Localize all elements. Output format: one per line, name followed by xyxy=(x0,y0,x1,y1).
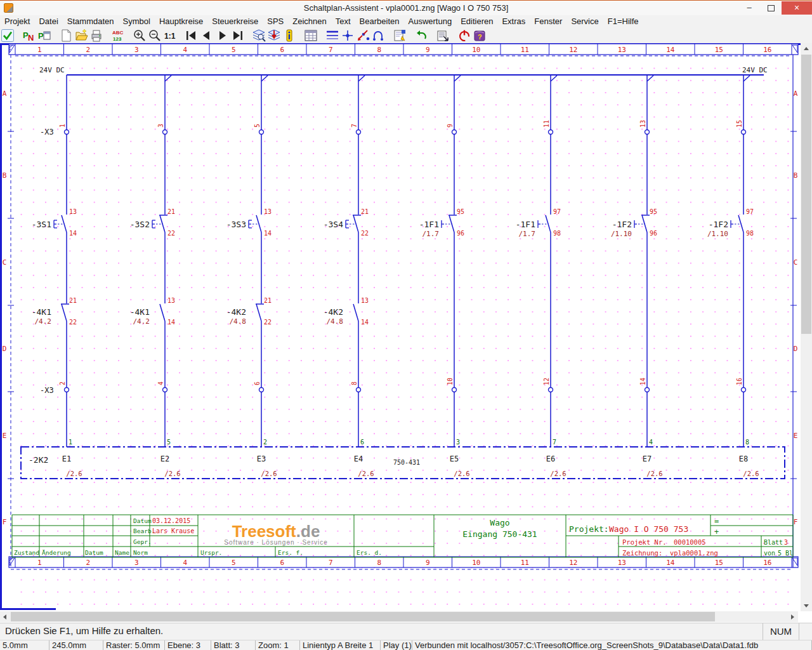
minimize-button[interactable]: – xyxy=(738,1,760,15)
vertical-scrollbar[interactable] xyxy=(801,43,812,611)
relay-pin-top: 21 xyxy=(264,297,272,304)
toolbar-nav-prev-icon[interactable] xyxy=(200,29,214,43)
contact-ref: /1.7 xyxy=(519,230,536,238)
menu-item-zeichnen[interactable]: Zeichnen xyxy=(288,15,331,28)
horizontal-scrollbar[interactable] xyxy=(0,611,798,622)
menu-item-projekt[interactable]: Projekt xyxy=(0,15,34,28)
terminal-top xyxy=(65,130,69,135)
toolbar-one-to-one-icon[interactable]: 1:1 xyxy=(163,29,177,43)
contact-pin-bottom: 96 xyxy=(457,230,464,237)
menu-item-text[interactable]: Text xyxy=(331,15,355,28)
menu-item-datei[interactable]: Datei xyxy=(34,15,62,28)
terminal-pin-top: 9 xyxy=(447,124,454,128)
scroll-left-icon[interactable] xyxy=(3,614,6,620)
toolbar-symbol-edit-icon[interactable] xyxy=(393,29,407,43)
schematic: 1234567891011121314151612345678910111213… xyxy=(0,43,801,610)
tb-value-bearb: Lars Krause xyxy=(152,527,194,534)
ruler-col-6: 6 xyxy=(280,559,284,567)
ruler-col-7: 7 xyxy=(329,559,333,567)
status-field-2: Raster: 5.0mm xyxy=(103,640,165,650)
menu-item-editieren[interactable]: Editieren xyxy=(456,15,497,28)
terminal-bottom xyxy=(259,388,264,392)
ruler-col-12: 12 xyxy=(569,559,577,567)
menu-item-steuerkreise[interactable]: Steuerkreise xyxy=(207,15,263,28)
toolbar-power-icon[interactable] xyxy=(457,29,471,43)
vertical-scroll-thumb[interactable] xyxy=(801,55,811,334)
scroll-up-icon[interactable] xyxy=(804,47,809,50)
scroll-down-icon[interactable] xyxy=(804,604,809,607)
toolbar-jumper-icon[interactable] xyxy=(371,29,385,43)
menu-item-hauptkreise[interactable]: Hauptkreise xyxy=(155,15,207,28)
toolbar-new-doc-icon[interactable] xyxy=(59,29,73,43)
contact-pin-top: 97 xyxy=(553,208,561,215)
module-input-label: E2 xyxy=(160,454,169,463)
terminal-top xyxy=(357,130,361,135)
menu-item-stammdaten[interactable]: Stammdaten xyxy=(63,15,119,28)
menu-item-extras[interactable]: Extras xyxy=(497,15,530,28)
tb-label-datum-col: Datum xyxy=(85,549,103,556)
toolbar-nav-first-icon[interactable] xyxy=(185,29,199,43)
toolbar-zoom-in-icon[interactable] xyxy=(133,29,147,43)
menu-item-fenster[interactable]: Fenster xyxy=(530,15,566,28)
toolbar-abc-123-icon[interactable]: ABC123 xyxy=(111,29,125,43)
terminal-bottom xyxy=(163,388,167,392)
terminal-pin-bottom: 2 xyxy=(59,381,66,385)
toolbar-nav-next-icon[interactable] xyxy=(215,29,229,43)
toolbar-help-book-icon[interactable]: ? xyxy=(473,29,487,43)
menu-item-bearbeiten[interactable]: Bearbeiten xyxy=(355,15,404,28)
toolbar-undo-icon[interactable] xyxy=(414,29,428,43)
menu-item-f1-hilfe[interactable]: F1=Hilfe xyxy=(603,15,643,28)
toolbar-connection-arrows-icon[interactable] xyxy=(356,29,370,43)
toolbar-linetype-icon[interactable] xyxy=(325,29,339,43)
scroll-right-icon[interactable] xyxy=(791,614,794,620)
contact-pin-bottom: 14 xyxy=(69,230,77,237)
contact-pin-bottom: 98 xyxy=(746,230,754,237)
toolbar-print-icon[interactable] xyxy=(89,29,103,43)
drawing-canvas[interactable]: 1234567891011121314151612345678910111213… xyxy=(0,43,801,611)
close-button[interactable]: × xyxy=(782,1,812,15)
menu-item-symbol[interactable]: Symbol xyxy=(119,15,155,28)
relay-pin-top: 21 xyxy=(69,297,77,304)
module-input-ref: /2.6 xyxy=(358,470,374,477)
contact-name: -3S2 xyxy=(130,220,150,229)
tb-plant-line2: Eingang 750-431 xyxy=(462,529,537,539)
svg-text:1:1: 1:1 xyxy=(164,32,176,41)
ruler-col-9: 9 xyxy=(426,46,430,54)
logo-tagline: Software · Lösungen · Service xyxy=(224,539,328,546)
menu-item-service[interactable]: Service xyxy=(566,15,603,28)
menu-item-auswertung[interactable]: Auswertung xyxy=(403,15,456,28)
toolbar-zoom-out-icon[interactable] xyxy=(148,29,162,43)
module-input-label: E4 xyxy=(354,454,363,463)
svg-text:?: ? xyxy=(478,33,482,41)
status-field-7: Play (1) xyxy=(381,640,412,650)
toolbar-properties-icon[interactable] xyxy=(436,29,450,43)
toolbar-p-window-icon[interactable]: P xyxy=(37,29,51,43)
relay-name: -4K2 xyxy=(226,307,246,317)
tb-blatt-label: Blatt xyxy=(764,539,783,546)
terminal-pin-bottom: 10 xyxy=(447,378,454,385)
status-field-5: Zoom: 1 xyxy=(256,640,300,650)
relay-pin-bottom: 14 xyxy=(167,319,175,326)
maximize-button[interactable] xyxy=(760,1,782,15)
toolbar-pn-icon[interactable]: PN xyxy=(22,29,36,43)
toolbar-layers-search-icon[interactable] xyxy=(252,29,266,43)
toolbar-layers-arrow-icon[interactable] xyxy=(267,29,281,43)
status-field-6: Linientyp A Breite 1 xyxy=(300,640,381,650)
ruler-row-B-left: B xyxy=(3,171,7,180)
ruler-row-A-left: A xyxy=(3,90,7,98)
terminal-pin-top: 7 xyxy=(351,124,358,128)
terminal-pin-top: 1 xyxy=(59,124,66,128)
num-lock-indicator: NUM xyxy=(763,623,799,640)
horizontal-scroll-thumb[interactable] xyxy=(11,612,715,621)
contact-name: -1F1 xyxy=(516,220,535,229)
terminal-pin-top: 11 xyxy=(543,120,550,128)
tb-label-zustand: Zustand xyxy=(14,549,39,556)
ruler-row-E-left: E xyxy=(3,432,7,440)
toolbar-open-folder-icon[interactable] xyxy=(74,29,88,43)
menu-item-sps[interactable]: SPS xyxy=(263,15,288,28)
toolbar-info-icon[interactable] xyxy=(282,29,296,43)
toolbar-check-icon[interactable] xyxy=(1,29,15,43)
toolbar-table-calc-icon[interactable] xyxy=(304,29,318,43)
toolbar-nav-last-icon[interactable] xyxy=(230,29,244,43)
toolbar-potential-point-icon[interactable] xyxy=(341,29,355,43)
